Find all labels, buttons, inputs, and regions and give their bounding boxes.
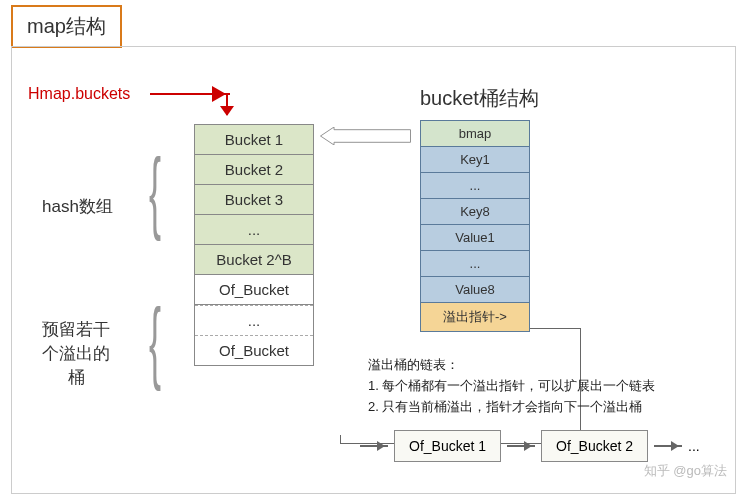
overflow-chain-description: 溢出桶的链表： 1. 每个桶都有一个溢出指针，可以扩展出一个链表 2. 只有当前… [368, 355, 655, 417]
bucket-cell: Bucket 1 [195, 125, 313, 155]
chain-tail-dots: ... [688, 438, 700, 454]
bucket-cell: Bucket 3 [195, 185, 313, 215]
bmap-header: bmap [420, 120, 530, 147]
brace-icon: { [149, 290, 161, 393]
arrow-icon [654, 445, 682, 447]
bmap-key-cell: Key8 [420, 198, 530, 225]
red-arrow-down [226, 95, 228, 115]
text-title: 溢出桶的链表： [368, 355, 655, 376]
red-arrow-horizontal [150, 93, 230, 95]
watermark: 知乎 @go算法 [644, 462, 727, 480]
connector-line [340, 435, 341, 443]
overflow-bucket-dots: ... [195, 305, 313, 336]
bmap-dots: ... [420, 250, 530, 277]
hollow-arrow-icon [318, 127, 413, 145]
chain-bucket-box: Of_Bucket 2 [541, 430, 648, 462]
diagram-title: map结构 [11, 5, 122, 48]
bmap-overflow-pointer: 溢出指针-> [420, 302, 530, 332]
reserve-overflow-label: 预留若干 个溢出的 桶 [42, 318, 110, 389]
text: 个溢出的 [42, 344, 110, 363]
bmap-struct-column: bmap Key1 ... Key8 Value1 ... Value8 溢出指… [420, 120, 530, 331]
bucket-cell: Bucket 2^B [195, 245, 313, 275]
main-frame [11, 46, 736, 494]
bucket-struct-title: bucket桶结构 [420, 85, 539, 112]
text-line: 1. 每个桶都有一个溢出指针，可以扩展出一个链表 [368, 376, 655, 397]
bucket-array-column: Bucket 1 Bucket 2 Bucket 3 ... Bucket 2^… [194, 124, 314, 366]
brace-icon: { [149, 140, 161, 243]
chain-bucket-box: Of_Bucket 1 [394, 430, 501, 462]
text: 桶 [68, 368, 85, 387]
arrow-icon [360, 445, 388, 447]
bmap-value-cell: Value8 [420, 276, 530, 303]
bmap-dots: ... [420, 172, 530, 199]
overflow-bucket-cell: Of_Bucket [195, 275, 313, 305]
text-line: 2. 只有当前桶溢出，指针才会指向下一个溢出桶 [368, 397, 655, 418]
bmap-value-cell: Value1 [420, 224, 530, 251]
bucket-cell-dots: ... [195, 215, 313, 245]
hash-array-label: hash数组 [42, 195, 113, 218]
arrow-icon [507, 445, 535, 447]
text: 预留若干 [42, 320, 110, 339]
bucket-cell: Bucket 2 [195, 155, 313, 185]
connector-line [530, 328, 580, 329]
overflow-bucket-cell: Of_Bucket [195, 336, 313, 365]
hmap-buckets-label: Hmap.buckets [28, 85, 130, 103]
bmap-key-cell: Key1 [420, 146, 530, 173]
overflow-chain-row: Of_Bucket 1 Of_Bucket 2 ... [360, 430, 700, 462]
